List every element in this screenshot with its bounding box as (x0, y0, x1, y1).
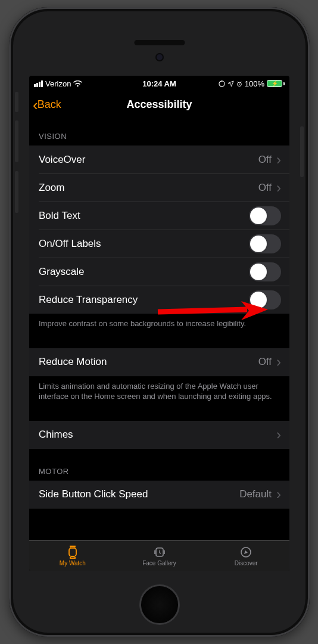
svg-point-0 (219, 80, 225, 86)
section-header-motor: MOTOR (29, 449, 289, 481)
phone-frame: Verizon 10:24 AM 100% ⚡ ‹ Back Accessibi… (9, 7, 310, 637)
tab-discover-label: Discover (235, 560, 258, 566)
volume-up-button (15, 120, 18, 162)
onoff-labels-label: On/Off Labels (39, 238, 249, 250)
reduce-transparency-toggle[interactable] (249, 290, 281, 309)
bold-text-toggle[interactable] (249, 206, 281, 225)
back-button[interactable]: ‹ Back (29, 97, 63, 113)
front-camera (155, 53, 164, 61)
section-header-vision: VISION (29, 119, 289, 145)
silence-switch (15, 92, 18, 112)
side-button-label: Side Button Click Speed (39, 488, 239, 500)
voiceover-value: Off (258, 154, 272, 166)
volume-down-button (15, 171, 18, 213)
battery-icon: ⚡ (267, 80, 285, 87)
alarm-icon (236, 80, 242, 87)
motion-footer: Limits animation and automatic resizing … (29, 376, 289, 402)
chimes-label: Chimes (39, 429, 276, 441)
tab-my-watch-label: My Watch (60, 560, 86, 566)
bold-text-label: Bold Text (39, 210, 249, 222)
speaker-grille (134, 40, 185, 45)
page-title: Accessibility (126, 98, 192, 111)
watch-icon (66, 546, 80, 559)
tab-face-gallery-label: Face Gallery (142, 560, 176, 566)
chevron-right-icon: › (276, 355, 281, 369)
row-grayscale[interactable]: Grayscale (29, 258, 289, 286)
status-bar: Verizon 10:24 AM 100% ⚡ (29, 76, 289, 91)
orientation-lock-icon (219, 80, 225, 87)
compass-icon (239, 546, 253, 559)
row-chimes[interactable]: Chimes › (29, 421, 289, 449)
transparency-footer: Improve contrast on some backgrounds to … (29, 314, 289, 329)
chevron-right-icon: › (276, 428, 281, 442)
grayscale-toggle[interactable] (249, 262, 281, 281)
svg-rect-2 (69, 548, 76, 556)
row-reduce-motion[interactable]: Reduce Motion Off › (29, 348, 289, 376)
carrier-label: Verizon (45, 79, 71, 88)
onoff-labels-toggle[interactable] (249, 234, 281, 253)
chevron-right-icon: › (276, 181, 281, 195)
back-label: Back (38, 98, 61, 111)
nav-bar: ‹ Back Accessibility (29, 91, 289, 119)
reduce-motion-label: Reduce Motion (39, 356, 258, 368)
row-zoom[interactable]: Zoom Off › (29, 174, 289, 202)
voiceover-label: VoiceOver (39, 154, 258, 166)
chevron-right-icon: › (276, 487, 281, 501)
reduce-transparency-label: Reduce Transparency (39, 294, 249, 306)
zoom-value: Off (258, 182, 272, 194)
clock-label: 10:24 AM (142, 79, 176, 88)
zoom-label: Zoom (39, 182, 258, 194)
tab-bar: My Watch Face Gallery Discover (29, 540, 289, 571)
signal-icon (34, 80, 43, 87)
power-button (300, 126, 304, 177)
row-reduce-transparency[interactable]: Reduce Transparency (29, 286, 289, 314)
battery-pct-label: 100% (245, 79, 264, 88)
side-button-value: Default (239, 488, 272, 500)
screen: Verizon 10:24 AM 100% ⚡ ‹ Back Accessibi… (29, 76, 289, 571)
home-button[interactable] (139, 584, 180, 625)
content-area[interactable]: VISION VoiceOver Off › Zoom Off › Bold T… (29, 119, 289, 540)
row-voiceover[interactable]: VoiceOver Off › (29, 145, 289, 174)
grayscale-label: Grayscale (39, 266, 249, 278)
chevron-right-icon: › (276, 153, 281, 167)
reduce-motion-value: Off (258, 356, 272, 368)
wifi-icon (73, 80, 82, 87)
location-icon (227, 80, 234, 87)
tab-discover[interactable]: Discover (202, 541, 289, 571)
row-onoff-labels[interactable]: On/Off Labels (29, 230, 289, 258)
row-bold-text[interactable]: Bold Text (29, 202, 289, 230)
tab-face-gallery[interactable]: Face Gallery (116, 541, 203, 571)
tab-my-watch[interactable]: My Watch (29, 541, 116, 571)
face-gallery-icon (152, 546, 167, 559)
row-side-button-speed[interactable]: Side Button Click Speed Default › (29, 481, 289, 509)
